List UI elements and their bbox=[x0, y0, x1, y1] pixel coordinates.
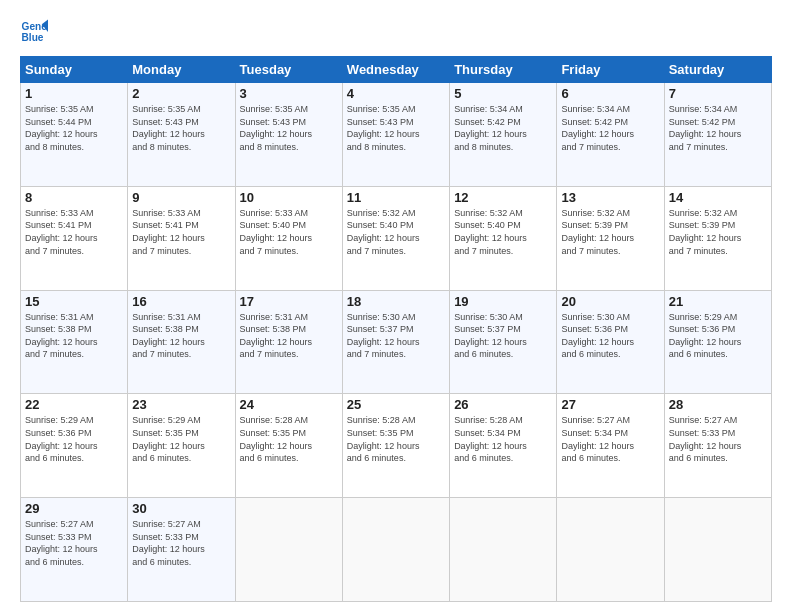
col-header-thursday: Thursday bbox=[450, 57, 557, 83]
day-cell-7: 7Sunrise: 5:34 AMSunset: 5:42 PMDaylight… bbox=[664, 83, 771, 187]
day-detail: Sunrise: 5:33 AMSunset: 5:41 PMDaylight:… bbox=[25, 207, 123, 257]
calendar-week-2: 15Sunrise: 5:31 AMSunset: 5:38 PMDayligh… bbox=[21, 290, 772, 394]
day-number: 20 bbox=[561, 294, 659, 309]
day-detail: Sunrise: 5:27 AMSunset: 5:33 PMDaylight:… bbox=[132, 518, 230, 568]
calendar-week-4: 29Sunrise: 5:27 AMSunset: 5:33 PMDayligh… bbox=[21, 498, 772, 602]
day-number: 7 bbox=[669, 86, 767, 101]
day-cell-1: 1Sunrise: 5:35 AMSunset: 5:44 PMDaylight… bbox=[21, 83, 128, 187]
day-number: 8 bbox=[25, 190, 123, 205]
day-number: 27 bbox=[561, 397, 659, 412]
calendar-table: SundayMondayTuesdayWednesdayThursdayFrid… bbox=[20, 56, 772, 602]
day-cell-10: 10Sunrise: 5:33 AMSunset: 5:40 PMDayligh… bbox=[235, 186, 342, 290]
day-number: 30 bbox=[132, 501, 230, 516]
calendar-week-3: 22Sunrise: 5:29 AMSunset: 5:36 PMDayligh… bbox=[21, 394, 772, 498]
day-cell-25: 25Sunrise: 5:28 AMSunset: 5:35 PMDayligh… bbox=[342, 394, 449, 498]
day-number: 17 bbox=[240, 294, 338, 309]
day-number: 3 bbox=[240, 86, 338, 101]
day-detail: Sunrise: 5:32 AMSunset: 5:39 PMDaylight:… bbox=[561, 207, 659, 257]
day-detail: Sunrise: 5:34 AMSunset: 5:42 PMDaylight:… bbox=[561, 103, 659, 153]
day-cell-4: 4Sunrise: 5:35 AMSunset: 5:43 PMDaylight… bbox=[342, 83, 449, 187]
day-number: 29 bbox=[25, 501, 123, 516]
day-detail: Sunrise: 5:31 AMSunset: 5:38 PMDaylight:… bbox=[240, 311, 338, 361]
calendar-header-row: SundayMondayTuesdayWednesdayThursdayFrid… bbox=[21, 57, 772, 83]
day-detail: Sunrise: 5:32 AMSunset: 5:39 PMDaylight:… bbox=[669, 207, 767, 257]
day-number: 12 bbox=[454, 190, 552, 205]
day-number: 23 bbox=[132, 397, 230, 412]
day-cell-24: 24Sunrise: 5:28 AMSunset: 5:35 PMDayligh… bbox=[235, 394, 342, 498]
col-header-tuesday: Tuesday bbox=[235, 57, 342, 83]
day-number: 24 bbox=[240, 397, 338, 412]
day-cell-27: 27Sunrise: 5:27 AMSunset: 5:34 PMDayligh… bbox=[557, 394, 664, 498]
empty-cell bbox=[450, 498, 557, 602]
day-cell-16: 16Sunrise: 5:31 AMSunset: 5:38 PMDayligh… bbox=[128, 290, 235, 394]
day-detail: Sunrise: 5:35 AMSunset: 5:43 PMDaylight:… bbox=[347, 103, 445, 153]
day-number: 11 bbox=[347, 190, 445, 205]
day-cell-14: 14Sunrise: 5:32 AMSunset: 5:39 PMDayligh… bbox=[664, 186, 771, 290]
day-detail: Sunrise: 5:30 AMSunset: 5:37 PMDaylight:… bbox=[347, 311, 445, 361]
day-detail: Sunrise: 5:30 AMSunset: 5:37 PMDaylight:… bbox=[454, 311, 552, 361]
day-detail: Sunrise: 5:31 AMSunset: 5:38 PMDaylight:… bbox=[132, 311, 230, 361]
day-detail: Sunrise: 5:35 AMSunset: 5:43 PMDaylight:… bbox=[132, 103, 230, 153]
logo-icon: General Blue bbox=[20, 18, 48, 46]
day-number: 21 bbox=[669, 294, 767, 309]
day-detail: Sunrise: 5:31 AMSunset: 5:38 PMDaylight:… bbox=[25, 311, 123, 361]
header: General Blue bbox=[20, 18, 772, 46]
day-detail: Sunrise: 5:33 AMSunset: 5:40 PMDaylight:… bbox=[240, 207, 338, 257]
page: General Blue SundayMondayTuesdayWednesda… bbox=[0, 0, 792, 612]
day-detail: Sunrise: 5:28 AMSunset: 5:34 PMDaylight:… bbox=[454, 414, 552, 464]
day-detail: Sunrise: 5:30 AMSunset: 5:36 PMDaylight:… bbox=[561, 311, 659, 361]
day-cell-12: 12Sunrise: 5:32 AMSunset: 5:40 PMDayligh… bbox=[450, 186, 557, 290]
day-detail: Sunrise: 5:27 AMSunset: 5:34 PMDaylight:… bbox=[561, 414, 659, 464]
day-cell-6: 6Sunrise: 5:34 AMSunset: 5:42 PMDaylight… bbox=[557, 83, 664, 187]
day-detail: Sunrise: 5:32 AMSunset: 5:40 PMDaylight:… bbox=[454, 207, 552, 257]
day-cell-17: 17Sunrise: 5:31 AMSunset: 5:38 PMDayligh… bbox=[235, 290, 342, 394]
empty-cell bbox=[557, 498, 664, 602]
calendar-week-1: 8Sunrise: 5:33 AMSunset: 5:41 PMDaylight… bbox=[21, 186, 772, 290]
day-number: 22 bbox=[25, 397, 123, 412]
day-cell-2: 2Sunrise: 5:35 AMSunset: 5:43 PMDaylight… bbox=[128, 83, 235, 187]
day-detail: Sunrise: 5:34 AMSunset: 5:42 PMDaylight:… bbox=[669, 103, 767, 153]
day-detail: Sunrise: 5:28 AMSunset: 5:35 PMDaylight:… bbox=[240, 414, 338, 464]
day-number: 10 bbox=[240, 190, 338, 205]
day-number: 18 bbox=[347, 294, 445, 309]
calendar-week-0: 1Sunrise: 5:35 AMSunset: 5:44 PMDaylight… bbox=[21, 83, 772, 187]
day-cell-20: 20Sunrise: 5:30 AMSunset: 5:36 PMDayligh… bbox=[557, 290, 664, 394]
day-detail: Sunrise: 5:29 AMSunset: 5:35 PMDaylight:… bbox=[132, 414, 230, 464]
day-cell-26: 26Sunrise: 5:28 AMSunset: 5:34 PMDayligh… bbox=[450, 394, 557, 498]
day-cell-23: 23Sunrise: 5:29 AMSunset: 5:35 PMDayligh… bbox=[128, 394, 235, 498]
day-cell-21: 21Sunrise: 5:29 AMSunset: 5:36 PMDayligh… bbox=[664, 290, 771, 394]
day-cell-8: 8Sunrise: 5:33 AMSunset: 5:41 PMDaylight… bbox=[21, 186, 128, 290]
day-number: 26 bbox=[454, 397, 552, 412]
day-detail: Sunrise: 5:34 AMSunset: 5:42 PMDaylight:… bbox=[454, 103, 552, 153]
day-detail: Sunrise: 5:32 AMSunset: 5:40 PMDaylight:… bbox=[347, 207, 445, 257]
logo: General Blue bbox=[20, 18, 52, 46]
empty-cell bbox=[235, 498, 342, 602]
day-number: 15 bbox=[25, 294, 123, 309]
day-detail: Sunrise: 5:27 AMSunset: 5:33 PMDaylight:… bbox=[25, 518, 123, 568]
day-cell-9: 9Sunrise: 5:33 AMSunset: 5:41 PMDaylight… bbox=[128, 186, 235, 290]
day-number: 19 bbox=[454, 294, 552, 309]
col-header-friday: Friday bbox=[557, 57, 664, 83]
day-cell-22: 22Sunrise: 5:29 AMSunset: 5:36 PMDayligh… bbox=[21, 394, 128, 498]
day-number: 1 bbox=[25, 86, 123, 101]
col-header-wednesday: Wednesday bbox=[342, 57, 449, 83]
day-detail: Sunrise: 5:27 AMSunset: 5:33 PMDaylight:… bbox=[669, 414, 767, 464]
day-detail: Sunrise: 5:35 AMSunset: 5:44 PMDaylight:… bbox=[25, 103, 123, 153]
day-number: 16 bbox=[132, 294, 230, 309]
day-detail: Sunrise: 5:28 AMSunset: 5:35 PMDaylight:… bbox=[347, 414, 445, 464]
day-cell-19: 19Sunrise: 5:30 AMSunset: 5:37 PMDayligh… bbox=[450, 290, 557, 394]
day-number: 2 bbox=[132, 86, 230, 101]
svg-text:Blue: Blue bbox=[22, 32, 44, 43]
day-cell-11: 11Sunrise: 5:32 AMSunset: 5:40 PMDayligh… bbox=[342, 186, 449, 290]
day-cell-29: 29Sunrise: 5:27 AMSunset: 5:33 PMDayligh… bbox=[21, 498, 128, 602]
day-number: 14 bbox=[669, 190, 767, 205]
day-number: 25 bbox=[347, 397, 445, 412]
day-cell-13: 13Sunrise: 5:32 AMSunset: 5:39 PMDayligh… bbox=[557, 186, 664, 290]
day-number: 28 bbox=[669, 397, 767, 412]
day-cell-15: 15Sunrise: 5:31 AMSunset: 5:38 PMDayligh… bbox=[21, 290, 128, 394]
col-header-sunday: Sunday bbox=[21, 57, 128, 83]
day-number: 6 bbox=[561, 86, 659, 101]
day-number: 4 bbox=[347, 86, 445, 101]
day-number: 13 bbox=[561, 190, 659, 205]
day-cell-18: 18Sunrise: 5:30 AMSunset: 5:37 PMDayligh… bbox=[342, 290, 449, 394]
